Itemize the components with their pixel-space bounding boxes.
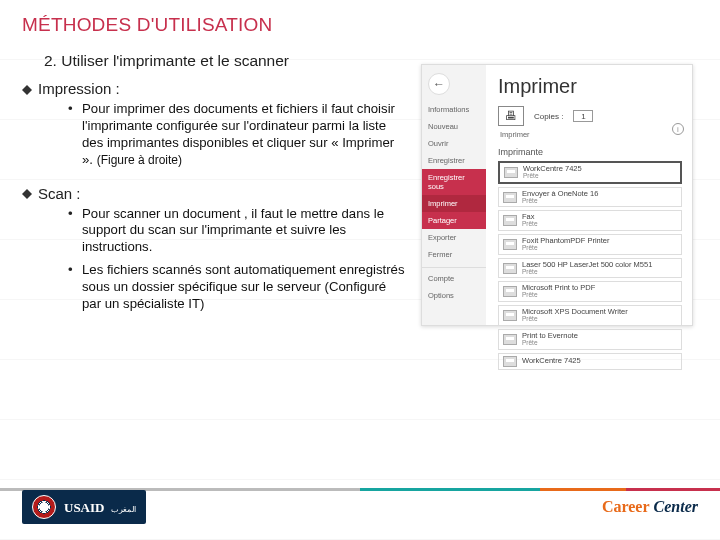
side-fermer[interactable]: Fermer [422,246,486,263]
printer-name: Laser 500 HP LaserJet 500 color M551 [522,261,652,269]
usaid-text: USAID [64,500,104,515]
side-options[interactable]: Options [422,287,486,304]
printer-status: Prête [522,316,628,323]
printer-row[interactable]: Print to EvernotePrête [498,329,682,350]
brand-word-career: Career [602,498,650,515]
print-button-label: Imprimer [500,130,682,139]
bullet-diamond-icon [22,80,32,90]
printer-row[interactable]: Microsoft Print to PDFPrête [498,281,682,302]
printer-status: Prête [523,173,582,180]
printer-icon [503,263,517,274]
printer-row[interactable]: Envoyer à OneNote 16Prête [498,187,682,208]
dialog-sidebar: ← Informations Nouveau Ouvrir Enregistre… [422,65,486,325]
printer-icon [503,286,517,297]
side-enregistrer[interactable]: Enregistrer [422,152,486,169]
printer-header: Imprimante [498,147,682,157]
printer-row[interactable]: WorkCentre 7425 [498,353,682,370]
printer-status: Prête [522,269,652,276]
side-ouvrir[interactable]: Ouvrir [422,135,486,152]
side-exporter[interactable]: Exporter [422,229,486,246]
printer-icon [504,167,518,178]
back-arrow-icon: ← [433,78,445,90]
printer-status: Prête [522,340,578,347]
career-center-brand: Career Center [602,498,698,516]
impression-label: Impression : [38,80,120,97]
side-informations[interactable]: Informations [422,101,486,118]
impression-heading: Impression : [22,80,407,97]
printer-row[interactable]: FaxPrête [498,210,682,231]
scan-bullet-2: Les fichiers scannés sont automatiquemen… [68,262,407,313]
usaid-arabic: المغرب [111,505,136,514]
printer-icon [503,239,517,250]
bullet-diamond-icon [22,184,32,194]
copies-label: Copies : [534,112,563,121]
scan-label: Scan : [38,185,81,202]
printer-status: Prête [522,292,595,299]
printer-icon [503,310,517,321]
printer-icon [503,334,517,345]
printer-status: Prête [522,221,538,228]
brand-word-center: Center [650,498,698,515]
print-dialog: ← Informations Nouveau Ouvrir Enregistre… [421,64,693,326]
printer-icon [503,192,517,203]
printer-status: Prête [522,198,598,205]
printer-row[interactable]: Foxit PhantomPDF PrinterPrête [498,234,682,255]
copies-input[interactable]: 1 [573,110,593,122]
info-icon[interactable]: i [672,123,684,135]
scan-bullet-1: Pour scanner un document , il faut le me… [68,206,407,257]
dialog-title: Imprimer [498,75,682,98]
printer-row[interactable]: Laser 500 HP LaserJet 500 color M551Prêt… [498,258,682,279]
printer-name: WorkCentre 7425 [522,357,581,365]
printer-status: Prête [522,245,610,252]
back-button[interactable]: ← [428,73,450,95]
side-partager[interactable]: Partager [422,212,486,229]
side-enregistrer-sous[interactable]: Enregistrer sous [422,169,486,195]
impression-bullet: Pour imprimer des documents et fichiers … [68,101,407,169]
usaid-badge: USAID المغرب [22,490,146,524]
usaid-seal-icon [32,495,56,519]
side-compte[interactable]: Compte [422,267,486,287]
side-imprimer[interactable]: Imprimer [422,195,486,212]
printer-icon [503,215,517,226]
page-title: MÉTHODES D'UTILISATION [22,14,698,36]
dialog-main: Imprimer 🖶 Copies : 1 Imprimer Imprimant… [486,65,692,325]
printer-list: WorkCentre 7425PrêteEnvoyer à OneNote 16… [498,161,682,370]
print-button[interactable]: 🖶 [498,106,524,126]
side-nouveau[interactable]: Nouveau [422,118,486,135]
figure-caption: (Figure à droite) [97,153,182,167]
scan-heading: Scan : [22,185,407,202]
printer-row[interactable]: WorkCentre 7425Prête [498,161,682,184]
printer-row[interactable]: Microsoft XPS Document WriterPrête [498,305,682,326]
printer-icon [503,356,517,367]
